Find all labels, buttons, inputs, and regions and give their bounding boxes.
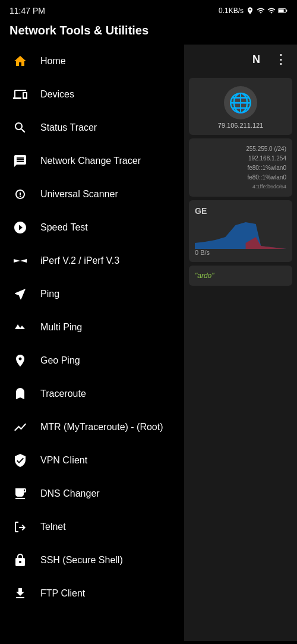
network-info-text: 255.255.0 (/24) 192.168.1.254 fe80::1%wl… [195, 144, 286, 191]
universal-scanner-icon [12, 186, 29, 203]
sidebar-item-home[interactable]: Home [0, 45, 184, 78]
wifi-icon [267, 7, 276, 15]
alarm-icon [246, 7, 254, 15]
connection-type-card: GE 0 B/s [189, 200, 292, 262]
sidebar-label-geo-ping: Geo Ping [40, 355, 80, 366]
sidebar-item-network-change-tracer[interactable]: Network Change Tracer [0, 144, 184, 178]
app-header: Network Tools & Utilities [0, 19, 297, 45]
sidebar-item-dns-changer[interactable]: DNS Changer [0, 477, 184, 510]
geo-ping-icon [12, 352, 29, 369]
sidebar-item-status-tracer[interactable]: Status Tracer [0, 111, 184, 144]
sidebar-label-status-tracer: Status Tracer [40, 122, 97, 133]
speed-test-icon [12, 219, 29, 236]
ssh-icon [12, 552, 29, 569]
globe-icon: 🌐 [224, 86, 257, 119]
sidebar-item-vpn-client[interactable]: VPN CIient [0, 444, 184, 477]
sidebar-label-speed-test: Speed Test [40, 222, 88, 233]
sidebar-label-network-change-tracer: Network Change Tracer [40, 156, 141, 166]
sidebar-item-mtr[interactable]: MTR (MyTraceroute) - (Root) [0, 411, 184, 444]
mtr-icon [12, 419, 29, 435]
signal-icon [257, 7, 265, 15]
panel-on-label: N [252, 53, 270, 66]
main-panel-header: N ⋮ [184, 45, 297, 74]
sidebar-item-ssh[interactable]: SSH (Secure Shell) [0, 544, 184, 577]
sidebar-item-traceroute[interactable]: Traceroute [0, 377, 184, 411]
sidebar-label-ping: Ping [40, 289, 59, 299]
ip-address: 79.106.211.121 [218, 122, 263, 129]
iperf-icon [12, 252, 29, 269]
speed-chart [195, 219, 286, 249]
status-tracer-icon [12, 119, 29, 136]
devices-icon [12, 86, 29, 103]
sidebar-item-ftp-client[interactable]: FTP Client [0, 577, 184, 610]
navigation-drawer: Home Devices Status Tracer Network Chang… [0, 45, 184, 641]
sidebar-label-vpn-client: VPN CIient [40, 455, 87, 466]
sidebar-item-devices[interactable]: Devices [0, 78, 184, 111]
sidebar-label-ssh: SSH (Secure Shell) [40, 555, 123, 566]
telnet-icon [12, 519, 29, 535]
user-card: "ardo" [189, 266, 292, 286]
network-speed: 0.1KB/s [219, 7, 244, 15]
sidebar-label-ftp-client: FTP Client [40, 588, 85, 599]
sidebar-label-home: Home [40, 56, 66, 67]
svg-rect-2 [279, 10, 284, 12]
sidebar-item-ping[interactable]: Ping [0, 277, 184, 311]
sidebar-label-universal-scanner: Universal Scanner [40, 189, 118, 200]
sidebar-label-telnet: Telnet [40, 522, 66, 532]
main-content-panel: N ⋮ 🌐 79.106.211.121 255.255.0 (/24) 192… [184, 45, 297, 641]
sidebar-label-iperf: iPerf V.2 / iPerf V.3 [40, 255, 119, 266]
app-title: Network Tools & Utilities [10, 24, 148, 37]
svg-rect-1 [286, 10, 287, 11]
globe-card: 🌐 79.106.211.121 [189, 78, 292, 135]
sidebar-label-traceroute: Traceroute [40, 389, 86, 399]
sidebar-label-devices: Devices [40, 89, 74, 100]
home-icon [12, 53, 29, 70]
sidebar-label-mtr: MTR (MyTraceroute) - (Root) [40, 422, 163, 433]
status-time: 11:47 PM [10, 6, 45, 15]
battery-icon [278, 7, 287, 14]
ping-icon [12, 286, 29, 302]
multi-ping-icon [12, 319, 29, 336]
sidebar-label-multi-ping: Multi Ping [40, 322, 82, 333]
vpn-client-icon [12, 452, 29, 469]
status-bar: 11:47 PM 0.1KB/s [0, 0, 297, 19]
sidebar-item-universal-scanner[interactable]: Universal Scanner [0, 178, 184, 211]
ftp-client-icon [12, 585, 29, 602]
main-layout: Home Devices Status Tracer Network Chang… [0, 45, 297, 641]
traceroute-icon [12, 386, 29, 402]
sidebar-item-geo-ping[interactable]: Geo Ping [0, 344, 184, 377]
sidebar-item-multi-ping[interactable]: Multi Ping [0, 311, 184, 344]
user-name: "ardo" [195, 272, 286, 280]
connection-type-label: GE [195, 206, 286, 216]
overflow-menu-button[interactable]: ⋮ [270, 49, 292, 70]
sidebar-label-dns-changer: DNS Changer [40, 488, 100, 499]
network-change-tracer-icon [12, 153, 29, 169]
dns-changer-icon [12, 485, 29, 502]
status-right-icons: 0.1KB/s [219, 7, 287, 15]
sidebar-item-telnet[interactable]: Telnet [0, 510, 184, 544]
speed-value: 0 B/s [195, 249, 286, 256]
network-info-card: 255.255.0 (/24) 192.168.1.254 fe80::1%wl… [189, 138, 292, 197]
svg-marker-3 [195, 222, 286, 249]
sidebar-item-iperf[interactable]: iPerf V.2 / iPerf V.3 [0, 244, 184, 277]
sidebar-item-speed-test[interactable]: Speed Test [0, 211, 184, 244]
